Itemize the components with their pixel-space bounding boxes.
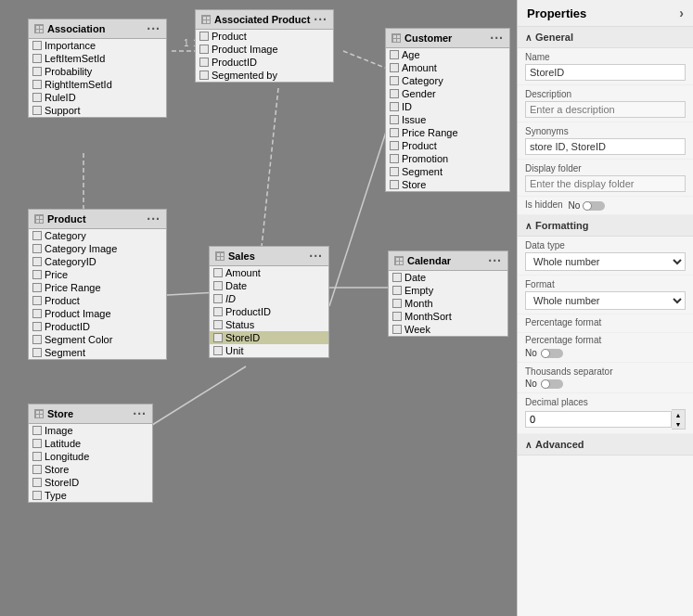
prop-is-hidden-label: Is hidden <box>525 199 563 210</box>
is-hidden-toggle[interactable]: No <box>569 200 606 211</box>
table-row: Promotion <box>386 152 509 165</box>
field-icon <box>32 244 42 253</box>
field-icon <box>32 478 42 487</box>
table-row: Month <box>389 297 507 310</box>
table-row: Support <box>29 104 166 117</box>
section-formatting-label: Formatting <box>535 220 588 231</box>
table-row: ID <box>210 292 328 305</box>
prop-display-folder-input[interactable] <box>525 175 686 192</box>
table-icon <box>201 15 211 24</box>
diagram-canvas[interactable]: 1 1 Association ··· Importance LeftItemS… <box>0 0 517 616</box>
prop-description-input[interactable] <box>525 101 686 118</box>
field-icon <box>32 296 42 305</box>
table-row: Store <box>29 463 152 476</box>
field-icon <box>32 270 42 279</box>
prop-format-label: Format <box>525 279 686 289</box>
table-row: Probability <box>29 65 166 78</box>
field-icon <box>390 180 399 189</box>
field-icon <box>390 63 399 72</box>
prop-data-type-select[interactable]: Whole number <box>525 252 686 271</box>
prop-name-input[interactable] <box>525 64 686 81</box>
prop-synonyms: Synonyms <box>518 122 693 160</box>
table-row: Store <box>386 178 509 191</box>
prop-synonyms-input[interactable] <box>525 138 686 155</box>
table-association-header: Association ··· <box>29 19 166 39</box>
field-icon <box>32 309 42 318</box>
table-row: Gender <box>386 87 509 100</box>
panel-collapse-button[interactable]: › <box>679 6 684 20</box>
prop-description: Description <box>518 85 693 122</box>
field-icon <box>32 322 42 331</box>
spinner-down-button[interactable]: ▼ <box>672 419 685 429</box>
section-advanced-header[interactable]: ∧ Advanced <box>518 434 693 456</box>
table-row: Age <box>386 48 509 61</box>
table-row: RuleID <box>29 91 166 104</box>
field-icon <box>390 128 399 137</box>
table-associated-product-header: Associated Product ··· <box>196 10 333 30</box>
prop-format: Format Whole number <box>518 276 693 314</box>
section-general-label: General <box>535 32 573 43</box>
table-icon <box>34 409 44 418</box>
toggle-thumb <box>541 349 550 358</box>
section-general-header[interactable]: ∧ General <box>518 27 693 48</box>
field-icon <box>390 167 399 176</box>
table-calendar[interactable]: Calendar ··· Date Empty Month MonthSort … <box>388 250 508 337</box>
percentage-format-toggle[interactable]: No <box>525 348 686 358</box>
table-association[interactable]: Association ··· Importance LeftItemSetId… <box>28 19 167 118</box>
table-row: Segmented by <box>196 69 333 82</box>
table-row: Image <box>29 424 152 437</box>
field-icon <box>199 58 209 67</box>
spinner-up-button[interactable]: ▲ <box>672 410 685 419</box>
table-product[interactable]: Product ··· Category Category Image Cate… <box>28 209 167 360</box>
table-row: MonthSort <box>389 310 507 323</box>
table-calendar-header: Calendar ··· <box>389 251 507 271</box>
chevron-down-icon: ∧ <box>525 440 532 450</box>
spinner-buttons: ▲ ▼ <box>672 409 686 430</box>
table-row: ID <box>386 100 509 113</box>
field-icon <box>32 439 42 448</box>
table-customer-title: Customer <box>404 32 452 44</box>
table-associated-product-title: Associated Product <box>214 14 310 25</box>
table-row: LeftItemSetId <box>29 52 166 65</box>
table-customer[interactable]: Customer ··· Age Amount Category Gender … <box>385 28 510 192</box>
table-row: Issue <box>386 113 509 126</box>
prop-format-select[interactable]: Whole number <box>525 291 686 310</box>
table-icon <box>215 251 225 261</box>
field-icon <box>390 154 399 163</box>
prop-thousands-separator-label: Thousands separator <box>525 366 686 377</box>
table-row: Product <box>386 139 509 152</box>
decimal-places-spinner[interactable]: ▲ ▼ <box>525 409 686 430</box>
table-row: Segment <box>29 346 166 359</box>
table-product-title: Product <box>47 213 86 225</box>
table-row: Category <box>386 74 509 87</box>
table-row: Segment Color <box>29 333 166 346</box>
field-icon <box>213 320 223 329</box>
thousands-separator-toggle[interactable]: No <box>525 379 686 389</box>
svg-line-4 <box>329 121 390 306</box>
table-store[interactable]: Store ··· Image Latitude Longitude Store… <box>28 404 153 503</box>
field-icon <box>213 333 223 342</box>
table-associated-product[interactable]: Associated Product ··· Product Product I… <box>195 9 334 83</box>
field-icon <box>392 286 402 295</box>
field-icon <box>32 257 42 266</box>
field-icon <box>213 268 223 277</box>
field-icon <box>32 80 42 89</box>
table-sales[interactable]: Sales ··· Amount Date ID ProductID Statu… <box>209 246 329 358</box>
table-row: Price Range <box>29 281 166 294</box>
table-row: RightItemSetId <box>29 78 166 91</box>
field-icon <box>32 465 42 474</box>
prop-display-folder-label: Display folder <box>525 163 686 173</box>
field-icon <box>213 294 223 303</box>
panel-header: Properties › <box>518 0 693 27</box>
prop-data-type-label: Data type <box>525 240 686 250</box>
table-row: StoreID <box>29 476 152 489</box>
table-row: Price <box>29 268 166 281</box>
field-icon <box>392 325 402 334</box>
section-formatting-header[interactable]: ∧ Formatting <box>518 215 693 237</box>
table-store-title: Store <box>47 408 73 419</box>
table-row: Status <box>210 318 328 331</box>
section-advanced-label: Advanced <box>535 439 584 450</box>
prop-is-hidden: Is hidden No <box>518 197 693 215</box>
decimal-places-input[interactable] <box>525 411 672 428</box>
field-icon <box>392 312 402 321</box>
